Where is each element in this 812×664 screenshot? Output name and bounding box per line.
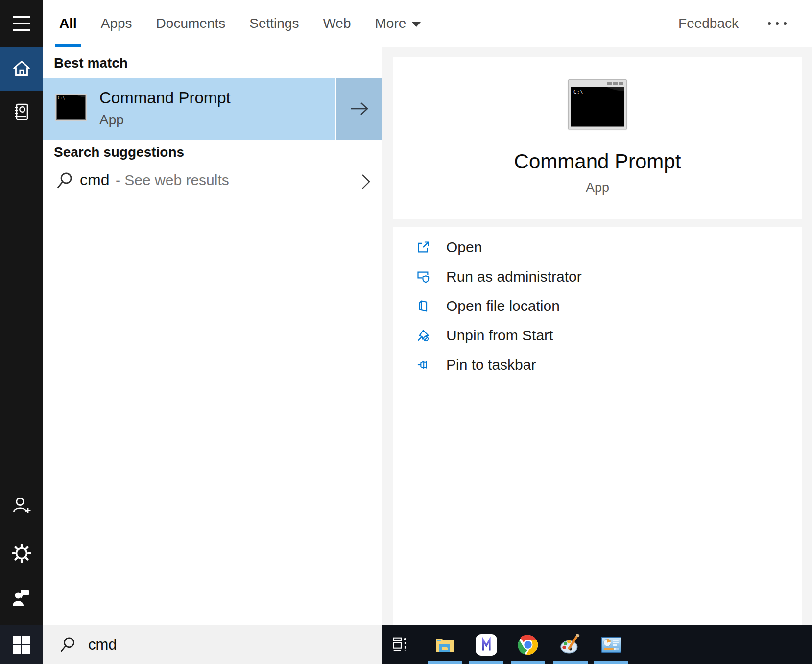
taskbar-paint[interactable]: [549, 625, 592, 664]
best-match-type: App: [99, 112, 124, 128]
suggestion-hint: - See web results: [116, 172, 229, 189]
taskbar-m-app[interactable]: [465, 625, 507, 664]
expand-preview-arrow-button[interactable]: [335, 78, 382, 140]
preview-app-type: App: [586, 180, 609, 195]
action-unpin-from-start[interactable]: Unpin from Start: [393, 321, 802, 350]
tab-documents[interactable]: Documents: [156, 0, 226, 47]
feedback-link[interactable]: Feedback: [678, 16, 739, 31]
tab-settings[interactable]: Settings: [249, 0, 299, 47]
more-options-ellipsis-icon[interactable]: [768, 22, 787, 25]
action-open[interactable]: Open: [393, 233, 802, 262]
suggestion-row-cmd[interactable]: cmd - See web results: [43, 164, 382, 199]
sidebar-item-feedback[interactable]: [0, 577, 43, 620]
running-indicator-file-explorer: [428, 661, 462, 664]
sidebar-item-notebook[interactable]: [0, 91, 43, 134]
active-tab-underline: [55, 44, 81, 47]
command-prompt-icon: C:\: [55, 94, 87, 121]
tab-all[interactable]: All: [59, 0, 77, 47]
preview-actions-card: Open Run as administrator Open file loca…: [393, 227, 802, 625]
person-feedback-icon: [10, 587, 33, 610]
gear-icon: [10, 542, 33, 565]
preview-header-card: C:\_ Command Prompt App: [393, 57, 802, 219]
hamburger-menu-button[interactable]: [0, 2, 43, 45]
unpin-icon: [416, 329, 430, 342]
m-app-icon: [475, 634, 498, 656]
system-configuration-icon: [600, 634, 622, 656]
search-icon: [55, 171, 75, 190]
chevron-down-icon: [412, 22, 421, 27]
windows-logo-icon: [12, 636, 31, 654]
open-icon: [416, 240, 430, 254]
search-results-panel: Best match C:\ Command Prompt App Search…: [43, 47, 382, 625]
start-button[interactable]: [0, 625, 43, 664]
search-icon: [59, 636, 77, 654]
best-match-result-command-prompt[interactable]: C:\ Command Prompt App: [43, 78, 382, 140]
sidebar-item-home[interactable]: [0, 47, 43, 91]
file-location-icon: [416, 299, 430, 313]
preview-pane: C:\_ Command Prompt App Open Run as admi…: [382, 47, 812, 625]
best-match-title: Command Prompt: [99, 89, 231, 107]
search-input-value: cmd: [88, 636, 117, 654]
running-indicator-paint: [553, 661, 588, 664]
preview-app-title: Command Prompt: [514, 150, 681, 173]
tab-web[interactable]: Web: [323, 0, 351, 47]
pin-icon: [416, 358, 430, 372]
taskbar-system-configuration[interactable]: [590, 625, 632, 664]
chrome-icon: [517, 634, 539, 656]
tab-more[interactable]: More: [375, 0, 421, 47]
file-explorer-icon: [433, 634, 456, 656]
sidebar-item-settings[interactable]: [0, 532, 43, 575]
taskbar-chrome[interactable]: [507, 625, 549, 664]
tab-all-label: All: [59, 16, 77, 31]
taskbar-file-explorer[interactable]: [424, 625, 466, 664]
arrow-right-icon: [349, 100, 370, 117]
search-filter-tabs: All Apps Documents Settings Web More Fee…: [43, 0, 812, 47]
home-icon: [10, 58, 33, 80]
chevron-right-icon: [360, 173, 371, 190]
paint-icon: [559, 633, 582, 657]
notebook-icon: [11, 101, 32, 123]
tab-apps[interactable]: Apps: [101, 0, 132, 47]
best-match-header: Best match: [54, 55, 128, 71]
task-view-icon: [390, 635, 411, 655]
running-indicator-m-app: [469, 661, 503, 664]
suggestion-query: cmd: [80, 171, 109, 189]
hamburger-icon: [13, 16, 30, 31]
text-caret: [119, 636, 119, 654]
sidebar-item-add-account[interactable]: [0, 484, 43, 527]
task-view-button[interactable]: [380, 625, 422, 664]
running-indicator-system-configuration: [594, 661, 628, 664]
window-titlebar: [571, 81, 624, 86]
action-pin-to-taskbar[interactable]: Pin to taskbar: [393, 350, 802, 379]
action-run-as-administrator[interactable]: Run as administrator: [393, 262, 802, 291]
taskbar: cmd: [0, 625, 812, 664]
taskbar-search-box[interactable]: cmd: [43, 625, 382, 664]
search-suggestions-header: Search suggestions: [54, 144, 184, 160]
run-admin-shield-icon: [416, 270, 430, 284]
command-prompt-large-icon: C:\_: [568, 79, 627, 129]
running-indicator-chrome: [511, 661, 545, 664]
action-open-file-location[interactable]: Open file location: [393, 291, 802, 321]
person-add-icon: [10, 495, 33, 517]
search-flyout-sidebar: [0, 0, 43, 625]
